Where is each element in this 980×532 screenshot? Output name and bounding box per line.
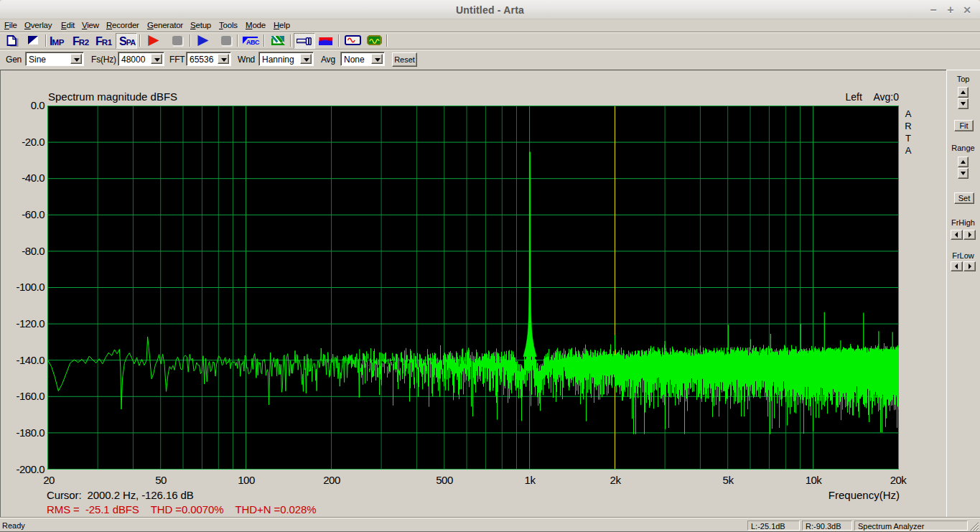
svg-text:ABC: ABC (246, 39, 260, 45)
